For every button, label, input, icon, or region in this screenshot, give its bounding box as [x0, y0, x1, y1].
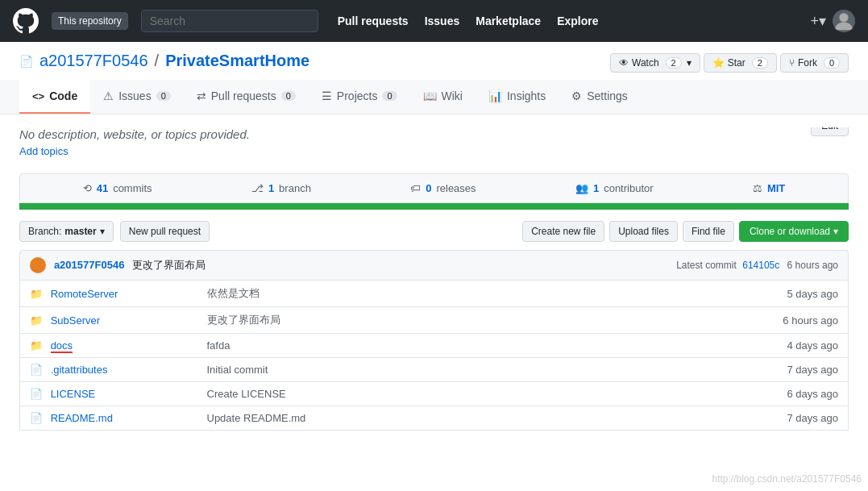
- chevron-down-icon: ▾: [100, 226, 105, 237]
- file-commit-msg: Initial commit: [207, 364, 268, 376]
- upload-files-button[interactable]: Upload files: [609, 221, 678, 242]
- releases-count[interactable]: 0: [426, 182, 431, 194]
- file-name-link[interactable]: docs: [51, 339, 73, 353]
- branch-bar-left: Branch: master ▾ New pull request: [19, 221, 210, 242]
- stats-bar: ⟲ 41 commits ⎇ 1 branch 🏷 0 releases 👥 1…: [19, 173, 849, 203]
- file-name-link[interactable]: RomoteServer: [51, 288, 118, 300]
- tab-wiki[interactable]: 📖 Wiki: [410, 80, 476, 114]
- search-input[interactable]: [141, 10, 318, 32]
- file-time: 6 days ago: [787, 388, 838, 400]
- tab-pull-requests[interactable]: ⇄ Pull requests 0: [184, 80, 309, 114]
- contributors-stat[interactable]: 👥 1 contributor: [575, 182, 654, 194]
- repo-name-link[interactable]: PrivateSmartHome: [165, 52, 309, 70]
- file-time: 7 days ago: [787, 412, 838, 424]
- branch-bar-right: Create new file Upload files Find file C…: [522, 221, 849, 242]
- repo-tabs: <> Code ⚠ Issues 0 ⇄ Pull requests 0 ☰ P…: [0, 80, 868, 114]
- file-name-link[interactable]: LICENSE: [51, 388, 96, 400]
- pr-badge: 0: [281, 91, 296, 101]
- file-name-link[interactable]: SubServer: [51, 314, 100, 327]
- file-commit-msg: 依然是文档: [207, 287, 260, 299]
- commit-time: 6 hours ago: [787, 260, 838, 271]
- table-row: 📄 LICENSE Create LICENSE 6 days ago: [20, 382, 849, 406]
- description-section: No description, website, or topics provi…: [19, 127, 849, 157]
- projects-icon: ☰: [322, 89, 332, 102]
- fork-button[interactable]: ⑂ Fork 0: [780, 53, 849, 73]
- branch-stat[interactable]: ⎇ 1 branch: [251, 182, 311, 194]
- contributors-label: contributor: [604, 182, 653, 194]
- main-content: No description, website, or topics provi…: [0, 114, 868, 443]
- branch-count[interactable]: 1: [268, 182, 274, 194]
- contributors-icon: 👥: [575, 182, 588, 194]
- license-label[interactable]: MIT: [767, 182, 785, 194]
- new-menu-button[interactable]: +▾: [810, 12, 826, 30]
- clone-chevron-icon: ▾: [833, 226, 838, 237]
- watch-button[interactable]: 👁 Watch 2: [610, 53, 700, 73]
- insights-icon: 📊: [488, 89, 502, 102]
- file-icon: 📄: [30, 388, 43, 400]
- file-name-link[interactable]: .gitattributes: [51, 364, 108, 376]
- find-file-button[interactable]: Find file: [683, 221, 734, 242]
- pr-icon: ⇄: [197, 89, 206, 102]
- branch-icon: ⎇: [251, 182, 264, 194]
- commit-hash-link[interactable]: 614105c: [742, 260, 779, 271]
- folder-icon: 📁: [30, 339, 43, 352]
- star-button[interactable]: ⭐ Star 2: [704, 53, 777, 73]
- file-commit-msg: Create LICENSE: [207, 388, 286, 400]
- branch-name: master: [64, 226, 96, 237]
- folder-icon: 📁: [30, 288, 43, 300]
- tab-insights[interactable]: 📊 Insights: [476, 80, 559, 114]
- fork-count: 0: [824, 57, 840, 69]
- commits-icon: ⟲: [83, 182, 92, 194]
- commit-meta-right: Latest commit 614105c 6 hours ago: [676, 260, 838, 271]
- svg-point-0: [839, 13, 848, 22]
- commits-label: commits: [113, 182, 152, 194]
- branch-label-text: Branch:: [28, 226, 61, 237]
- tab-projects[interactable]: ☰ Projects 0: [309, 80, 410, 114]
- create-new-file-button[interactable]: Create new file: [522, 221, 604, 242]
- settings-icon: ⚙: [571, 89, 582, 102]
- repo-title-row: 📄 a201577F0546 / PrivateSmartHome: [19, 52, 309, 70]
- releases-icon: 🏷: [410, 182, 421, 194]
- fork-icon: ⑂: [789, 57, 795, 69]
- commits-count[interactable]: 41: [97, 182, 108, 194]
- folder-icon: 📁: [30, 314, 43, 327]
- star-icon: ⭐: [712, 57, 725, 69]
- pull-requests-link[interactable]: Pull requests: [338, 15, 409, 27]
- file-time: 5 days ago: [787, 288, 838, 300]
- issues-badge: 0: [156, 91, 171, 101]
- file-time: 6 hours ago: [783, 314, 838, 327]
- explore-link[interactable]: Explore: [557, 15, 598, 27]
- license-stat[interactable]: ⚖ MIT: [753, 182, 785, 194]
- commits-stat[interactable]: ⟲ 41 commits: [83, 182, 152, 194]
- clone-download-button[interactable]: Clone or download ▾: [739, 221, 849, 242]
- repo-type-icon: 📄: [19, 55, 33, 68]
- latest-commit-label: Latest commit: [676, 260, 737, 271]
- file-commit-msg: 更改了界面布局: [207, 314, 280, 326]
- latest-commit-row: a201577F0546 更改了界面布局 Latest commit 61410…: [19, 250, 849, 280]
- clone-label: Clone or download: [750, 226, 830, 237]
- issues-link[interactable]: Issues: [425, 15, 460, 27]
- file-icon: 📄: [30, 412, 43, 424]
- contributors-count[interactable]: 1: [593, 182, 599, 194]
- tab-issues[interactable]: ⚠ Issues 0: [90, 80, 184, 114]
- new-pull-request-button[interactable]: New pull request: [120, 221, 210, 242]
- releases-stat[interactable]: 🏷 0 releases: [410, 182, 476, 194]
- file-name-link[interactable]: README.md: [51, 412, 113, 424]
- this-repository-badge[interactable]: This repository: [52, 12, 128, 30]
- commit-author-link[interactable]: a201577F0546: [54, 259, 124, 271]
- table-row: 📄 .gitattributes Initial commit 7 days a…: [20, 358, 849, 382]
- code-icon: <>: [32, 90, 44, 102]
- branch-selector[interactable]: Branch: master ▾: [19, 221, 114, 242]
- file-time: 7 days ago: [787, 364, 838, 376]
- user-avatar[interactable]: [833, 10, 855, 32]
- tab-settings[interactable]: ⚙ Settings: [559, 80, 641, 114]
- marketplace-link[interactable]: Marketplace: [476, 15, 541, 27]
- commit-author-avatar: [30, 257, 46, 273]
- tab-code[interactable]: <> Code: [19, 80, 90, 114]
- edit-button[interactable]: Edit: [811, 127, 849, 136]
- repo-owner-link[interactable]: a201577F0546: [39, 52, 148, 70]
- add-topics-link[interactable]: Add topics: [19, 145, 69, 157]
- issues-icon: ⚠: [103, 89, 114, 102]
- table-row: 📄 README.md Update README.md 7 days ago: [20, 406, 849, 431]
- top-navigation: This repository Pull requests Issues Mar…: [0, 0, 868, 42]
